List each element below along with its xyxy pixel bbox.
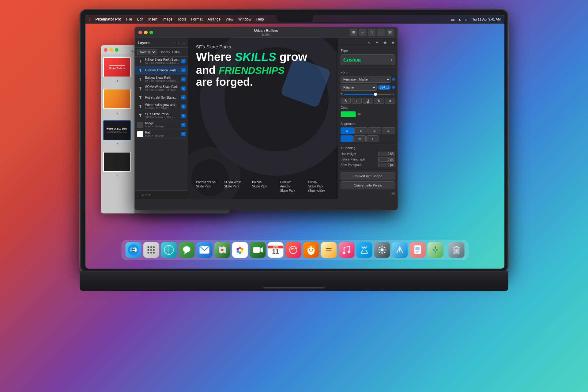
fx-tool[interactable]: ★: [390, 39, 396, 46]
dock-safari[interactable]: [161, 242, 177, 258]
toolbar-share-btn[interactable]: ↑: [377, 29, 385, 36]
layer-item[interactable]: T Balboa Skate Park SF Pro, Regular, Mul…: [135, 75, 188, 84]
toolbar-layers-btn[interactable]: ⊞: [350, 29, 357, 36]
canvas-area[interactable]: SF's Skate Parks Where SKILLS grow and F…: [188, 38, 338, 199]
layer-item[interactable]: T Potrero del Sol Skate... ✓: [135, 93, 188, 102]
valign-middle-btn[interactable]: ⊞: [353, 135, 366, 142]
layers-plus-icon[interactable]: +: [177, 41, 179, 45]
line-height-input[interactable]: [378, 152, 395, 156]
layer-item[interactable]: Image 8000 × 4500 px ✓: [135, 120, 188, 130]
pdf-thumb-2[interactable]: [103, 89, 131, 109]
menu-window[interactable]: Window: [238, 17, 251, 21]
dock-messages[interactable]: [179, 242, 195, 258]
dock-settings[interactable]: [374, 242, 390, 258]
font-name-select[interactable]: Permanent Marker: [341, 76, 391, 83]
convert-pixels-btn[interactable]: Convert into Pixels: [341, 181, 395, 189]
dock-bear[interactable]: [303, 242, 319, 258]
dock-widgetkit[interactable]: [428, 242, 443, 258]
layer-visibility[interactable]: ✓: [181, 86, 186, 91]
underline-btn[interactable]: U: [363, 98, 373, 104]
menu-edit[interactable]: Edit: [137, 17, 143, 21]
magic-tool[interactable]: ✦: [374, 39, 380, 46]
layer-visibility[interactable]: ✓: [181, 59, 186, 63]
more-styles-btn[interactable]: ◊▾: [385, 98, 395, 104]
pixelmator-window[interactable]: Urban Rollers Edited ⊞ ↔ ⤡ ↑ ⊟: [134, 27, 398, 210]
px-fullscreen-button[interactable]: [149, 31, 153, 34]
toolbar-zoom-btn[interactable]: ⤡: [368, 29, 375, 36]
align-left-btn[interactable]: ≡: [341, 127, 354, 134]
align-center-btn[interactable]: ≡: [354, 127, 368, 134]
pdf-thumb-4[interactable]: [103, 152, 131, 172]
layer-item[interactable]: T SF's Skate Parks SF Pro, Medium, 288 p…: [135, 111, 188, 120]
menu-image[interactable]: Image: [162, 17, 172, 21]
dock-pixelmator[interactable]: [285, 242, 301, 258]
bold-btn[interactable]: B: [341, 98, 351, 104]
layer-visibility[interactable]: ✓: [181, 95, 186, 100]
dock-launchpad[interactable]: [143, 242, 159, 258]
layer-item[interactable]: T Crocker Amazon Skate... ✓: [135, 66, 188, 75]
valign-bottom-btn[interactable]: ⊥: [366, 135, 379, 142]
type-dropdown[interactable]: Custom ▾: [341, 54, 395, 65]
layers-search-input[interactable]: [141, 193, 183, 197]
toolbar-sidepanel-btn[interactable]: ⊟: [386, 29, 394, 36]
px-minimize-button[interactable]: [144, 31, 148, 34]
toolbar-arrange-btn[interactable]: ↔: [359, 29, 366, 36]
menu-arrange[interactable]: Arrange: [208, 17, 221, 21]
font-size-slider[interactable]: [344, 94, 392, 95]
px-close-button[interactable]: [138, 31, 142, 34]
color-swatch[interactable]: [341, 111, 356, 117]
layer-visibility[interactable]: ✓: [181, 104, 186, 109]
menu-format[interactable]: Format: [191, 17, 203, 21]
app-name[interactable]: Pixelmator Pro: [95, 17, 121, 21]
search-icon[interactable]: ⌕: [465, 17, 467, 21]
dock-notes[interactable]: [321, 242, 337, 258]
layer-item[interactable]: Path 8000 × 4500 px ✓: [135, 130, 188, 139]
dock-music[interactable]: [339, 242, 355, 258]
pdf-thumb-3[interactable]: Where SKILLS grow and FRIENDSHIPS are fo…: [103, 120, 131, 140]
layer-item[interactable]: T SOMA West Skate Park SF Pro, Medium, M…: [135, 84, 188, 93]
layer-visibility[interactable]: ✓: [181, 132, 186, 136]
color-tool[interactable]: ◉: [382, 39, 388, 46]
layer-visibility[interactable]: ✓: [181, 68, 186, 72]
spacing-toggle[interactable]: ▾ Spacing: [341, 146, 395, 150]
layer-item[interactable]: T Hilltop Skate Park (Sun... SF Pro, Reg…: [135, 57, 188, 66]
dock-mail[interactable]: [197, 242, 213, 258]
dock-finder[interactable]: [126, 242, 141, 258]
menu-file[interactable]: File: [126, 17, 132, 21]
menu-tools[interactable]: Tools: [178, 17, 186, 21]
dock-facetime[interactable]: [250, 242, 266, 258]
dock-trash[interactable]: [449, 242, 465, 258]
align-justify-btn[interactable]: ≡: [382, 127, 395, 134]
menu-insert[interactable]: Insert: [148, 17, 157, 21]
dock-testflight[interactable]: [392, 242, 408, 258]
after-para-input[interactable]: [378, 163, 395, 167]
blend-mode-select[interactable]: Normal: [137, 49, 156, 55]
layers-search-options[interactable]: …: [184, 193, 187, 197]
more-options-icon[interactable]: ⊕: [391, 190, 395, 196]
layer-item[interactable]: T Where skills grow and... Multiple Text…: [135, 102, 188, 111]
color-edit-icon[interactable]: ✏: [358, 112, 361, 117]
dock-maps[interactable]: [214, 242, 230, 258]
valign-top-btn[interactable]: ⊤: [341, 135, 353, 142]
layers-minus-icon[interactable]: −: [173, 41, 175, 45]
strikethrough-btn[interactable]: S: [374, 98, 384, 104]
layer-visibility[interactable]: ✓: [181, 114, 186, 118]
layer-visibility[interactable]: ✓: [181, 77, 186, 81]
convert-shape-btn[interactable]: Convert into Shape: [341, 172, 395, 180]
align-right-btn[interactable]: ≡: [368, 127, 381, 134]
font-style-select[interactable]: Regular: [341, 84, 377, 91]
apple-menu[interactable]: : [89, 17, 90, 21]
slider-thumb[interactable]: [374, 93, 377, 96]
pdf-thumb-1[interactable]: Urban Rollers: [103, 57, 131, 77]
italic-btn[interactable]: I: [352, 98, 362, 104]
dock-appstore[interactable]: [356, 242, 372, 258]
menu-help[interactable]: Help: [256, 17, 264, 21]
dock-calendar[interactable]: APR 11: [268, 242, 284, 258]
dock-preview[interactable]: [410, 242, 426, 258]
before-para-input[interactable]: [378, 157, 395, 162]
close-button[interactable]: [104, 48, 107, 52]
fullscreen-button[interactable]: [115, 48, 119, 52]
layer-visibility[interactable]: ✓: [181, 123, 186, 127]
menu-view[interactable]: View: [225, 17, 233, 21]
minimize-button[interactable]: [109, 48, 113, 52]
